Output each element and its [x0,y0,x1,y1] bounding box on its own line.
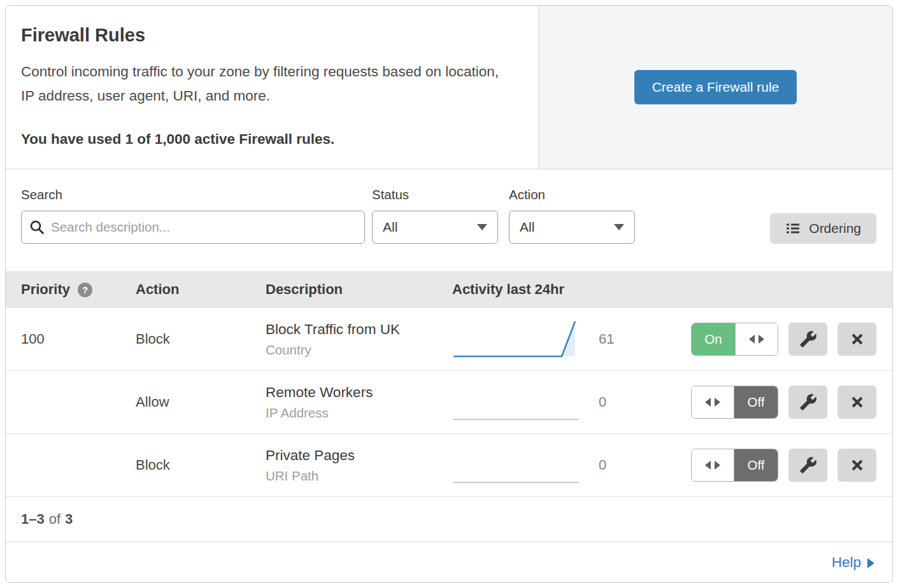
header-text-panel: Firewall Rules Control incoming traffic … [6,6,539,169]
column-priority: Priority ? [21,281,136,298]
usage-note: You have used 1 of 1,000 active Firewall… [21,131,513,148]
rule-enabled-toggle[interactable]: Off [691,386,778,419]
activity-count: 0 [599,394,691,410]
chevron-down-icon [477,224,487,230]
delete-rule-button[interactable] [837,386,876,419]
arrow-right-icon [867,558,874,568]
rule-controls: Off [691,386,876,419]
delete-rule-button[interactable] [837,323,876,356]
help-bar: Help [6,542,892,582]
help-link-label: Help [832,554,861,571]
edit-rule-button[interactable] [788,449,827,482]
toggle-arrows-icon [705,461,711,470]
rule-action: Block [136,331,266,347]
page-description: Control incoming traffic to your zone by… [21,60,511,108]
table-row: Allow Remote Workers IP Address 0 Off [6,371,892,434]
activity-sparkline [452,379,580,425]
toggle-arrows-icon [705,398,711,407]
rule-description: Block Traffic from UK [266,321,452,338]
rule-match-type: Country [266,342,452,358]
wrench-icon [799,330,817,348]
firewall-rules-card: Firewall Rules Control incoming traffic … [5,5,893,583]
toggle-arrows-icon [749,335,755,344]
column-description: Description [266,281,452,298]
rule-description-cell: Block Traffic from UK Country [266,321,452,358]
toggle-off-label: Off [734,449,778,481]
search-field-wrap [21,211,365,244]
pagination-range: 1–3 [21,511,45,528]
close-icon [850,458,865,473]
help-link[interactable]: Help [832,554,874,571]
action-filter-group: Action All [509,187,635,244]
status-filter-group: Status All [372,187,498,244]
rule-match-type: IP Address [266,405,452,421]
table-header: Priority ? Action Description Activity l… [6,271,892,308]
activity-sparkline [452,316,580,362]
rule-match-type: URI Path [266,468,452,484]
page-header: Firewall Rules Control incoming traffic … [6,6,892,169]
activity-count: 0 [599,457,691,473]
toggle-arrows-icon [715,461,720,470]
status-selected-value: All [383,220,397,235]
table-row: Block Private Pages URI Path 0 Off [6,434,892,497]
status-select[interactable]: All [372,211,498,244]
action-label: Action [509,187,635,202]
rule-priority: 100 [21,331,136,347]
pagination-of: of [49,511,61,528]
action-selected-value: All [520,220,534,235]
table-row: 100 Block Block Traffic from UK Country … [6,308,892,371]
toggle-knob [692,449,734,481]
search-label: Search [21,187,365,202]
toggle-off-label: Off [734,386,778,418]
ordering-button[interactable]: Ordering [770,213,876,244]
toggle-knob [735,323,778,355]
rule-description-cell: Remote Workers IP Address [266,384,452,421]
chevron-down-icon [614,224,624,230]
wrench-icon [799,393,817,411]
rule-description: Remote Workers [266,384,452,401]
close-icon [850,395,865,410]
column-priority-label: Priority [21,281,70,298]
search-input[interactable] [21,211,365,244]
rule-enabled-toggle[interactable]: Off [691,449,778,482]
edit-rule-button[interactable] [788,386,827,419]
activity-count: 61 [599,331,691,347]
priority-help-icon[interactable]: ? [78,283,92,297]
toggle-arrows-icon [715,398,720,407]
action-select[interactable]: All [509,211,635,244]
ordering-button-label: Ordering [809,221,861,236]
rule-description-cell: Private Pages URI Path [266,447,452,484]
activity-sparkline [452,442,580,488]
filter-bar: Search Status All Action All [6,169,892,271]
edit-rule-button[interactable] [788,323,827,356]
toggle-knob [692,386,734,418]
page-title: Firewall Rules [21,25,513,46]
delete-rule-button[interactable] [837,449,876,482]
rule-controls: On [691,323,876,356]
rule-controls: Off [691,449,876,482]
wrench-icon [799,456,817,474]
rule-action: Allow [136,394,266,410]
search-icon [29,220,45,235]
list-ordering-icon [785,221,801,236]
toggle-on-label: On [692,323,735,355]
column-action: Action [136,281,266,298]
rule-action: Block [136,457,266,473]
search-group: Search [21,187,365,244]
toggle-arrows-icon [759,335,764,344]
rule-description: Private Pages [266,447,452,464]
status-label: Status [372,187,498,202]
column-activity: Activity last 24hr [452,281,691,298]
pagination-bar: 1–3 of 3 [6,497,892,542]
rule-enabled-toggle[interactable]: On [691,323,778,356]
close-icon [850,332,865,347]
create-firewall-rule-button[interactable]: Create a Firewall rule [634,70,797,104]
header-action-panel: Create a Firewall rule [539,6,892,169]
pagination-total: 3 [65,511,73,528]
